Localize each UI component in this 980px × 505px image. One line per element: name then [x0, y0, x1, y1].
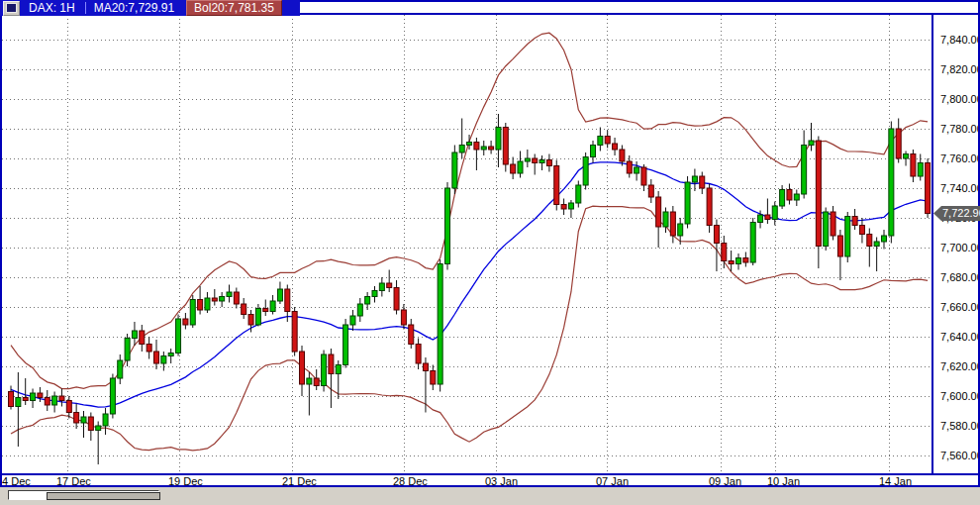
- candle-bearish: [401, 310, 406, 325]
- candle-bullish: [518, 161, 523, 173]
- candle-bullish: [809, 141, 814, 146]
- candle-bullish: [31, 393, 36, 401]
- candle-bearish: [409, 325, 414, 345]
- candle-bearish: [511, 164, 516, 173]
- candle-bearish: [88, 417, 93, 431]
- titlebar-separator: [85, 2, 86, 14]
- price-axis-tick-label: 7,800.00: [940, 93, 979, 106]
- candle-bearish: [140, 331, 145, 345]
- chart-window-icon[interactable]: [3, 1, 20, 16]
- candle-bullish: [227, 292, 232, 297]
- candle-bullish: [772, 206, 777, 220]
- candle-bullish: [459, 146, 464, 153]
- candle-bearish: [837, 236, 842, 256]
- candle-bullish: [255, 309, 260, 326]
- candle-bearish: [38, 393, 43, 398]
- candle-bearish: [248, 315, 253, 326]
- candle-bullish: [874, 242, 879, 247]
- candle-bearish: [627, 161, 632, 173]
- price-axis-tick-label: 7,740.00: [940, 182, 979, 195]
- candle-bearish: [765, 215, 770, 220]
- candle-bearish: [394, 288, 399, 311]
- scrollbar-track[interactable]: [8, 490, 159, 500]
- candle-bullish: [591, 146, 596, 157]
- candle-bearish: [714, 226, 719, 244]
- candle-bearish: [59, 396, 64, 401]
- candle-bearish: [648, 185, 653, 197]
- candle-bullish: [336, 365, 341, 374]
- candle-bullish: [568, 203, 573, 209]
- candle-bearish: [743, 258, 748, 263]
- candle-bullish: [904, 154, 909, 159]
- bollinger-lower-band-line: [11, 206, 928, 451]
- bollinger-upper-band-line: [11, 33, 928, 388]
- candle-bearish: [605, 137, 610, 145]
- candle-bullish: [220, 297, 225, 302]
- frame-left: [0, 0, 2, 487]
- candle-bullish: [583, 157, 588, 186]
- candle-bearish: [503, 128, 508, 165]
- price-axis-tick-label: 7,700.00: [940, 242, 979, 254]
- candle-bullish: [882, 236, 887, 242]
- candle-bearish: [154, 352, 159, 363]
- candle-bullish: [96, 426, 101, 431]
- candle-bullish: [918, 163, 923, 177]
- candle-bullish: [190, 300, 195, 326]
- candle-bullish: [379, 283, 384, 291]
- candle-bullish: [270, 301, 275, 312]
- candle-bullish: [277, 289, 282, 301]
- candle-bearish: [670, 212, 675, 236]
- candle-bullish: [452, 152, 457, 188]
- candle-bullish: [445, 188, 450, 264]
- candle-bearish: [722, 244, 727, 261]
- candle-bearish: [533, 158, 538, 163]
- candle-bearish: [74, 413, 79, 424]
- price-axis-tick-label: 7,680.00: [940, 271, 979, 284]
- candle-bearish: [285, 289, 290, 312]
- candle-bearish: [423, 363, 428, 371]
- candle-bullish: [307, 378, 312, 384]
- candle-bearish: [292, 312, 297, 353]
- candle-bearish: [831, 212, 835, 236]
- candle-bearish: [729, 261, 734, 264]
- candle-bullish: [525, 158, 530, 161]
- title-bar: DAX: 1H MA20:7,729.91 Bol20:7,781.35: [0, 0, 300, 16]
- price-axis-tick-label: 7,820.00: [940, 63, 979, 76]
- symbol-timeframe-label: DAX: 1H: [29, 1, 75, 16]
- candle-bullish: [110, 378, 115, 414]
- plot-layer: [2, 15, 931, 473]
- candle-bullish: [794, 194, 799, 200]
- candle-bullish: [125, 339, 130, 361]
- candle-bearish: [554, 166, 559, 205]
- candle-bullish: [372, 291, 377, 297]
- candle-bearish: [700, 176, 705, 188]
- candle-bullish: [635, 167, 639, 173]
- last-price-tag: 7,722.96: [933, 206, 980, 221]
- candle-bullish: [132, 331, 137, 339]
- candle-bullish: [750, 223, 755, 263]
- candle-bearish: [867, 235, 872, 247]
- chart-window: DAX: 1H MA20:7,729.91 Bol20:7,781.35 7,8…: [0, 0, 980, 505]
- candle-bearish: [45, 398, 49, 406]
- candle-bullish: [322, 354, 327, 386]
- candle-bearish: [620, 150, 625, 161]
- candle-bearish: [263, 309, 268, 312]
- candle-bullish: [678, 224, 683, 236]
- scrollbar-thumb[interactable]: [47, 492, 160, 500]
- candle-bearish: [852, 217, 857, 226]
- candle-bearish: [561, 205, 566, 210]
- candle-bearish: [613, 144, 618, 150]
- ma20-indicator-label[interactable]: MA20:7,729.91: [94, 1, 174, 16]
- candle-bearish: [242, 304, 246, 315]
- candle-bearish: [183, 319, 188, 325]
- candle-bullish: [736, 258, 741, 264]
- candle-bearish: [546, 160, 551, 166]
- candle-bullish: [365, 297, 370, 305]
- candle-bullish: [539, 160, 544, 163]
- bol20-indicator-badge[interactable]: Bol20:7,781.35: [186, 0, 282, 16]
- candle-bullish: [598, 137, 603, 146]
- candle-bearish: [66, 401, 71, 413]
- plot-bottom-border: [0, 473, 980, 475]
- candle-bearish: [474, 143, 479, 151]
- candlestick-chart[interactable]: [0, 0, 980, 505]
